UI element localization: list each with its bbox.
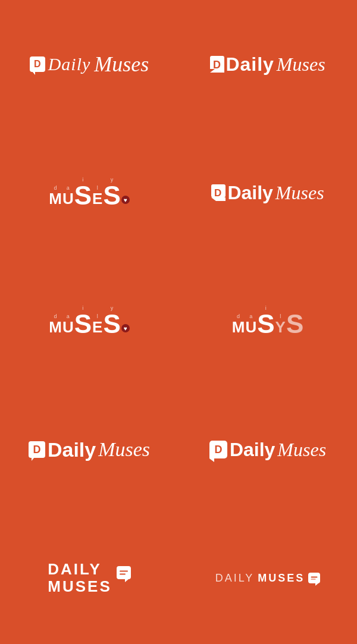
muses-script: Muses: [94, 52, 149, 77]
chat-bubble-small-icon: [308, 573, 320, 583]
daily-chat-text: Daily: [230, 439, 275, 461]
stacked-letters-logo-3: d M a U i S l Y S: [232, 306, 304, 337]
stacked-letters-logo: d M a U i S l E y S ♥: [49, 177, 130, 209]
heart-icon: ♥: [121, 196, 130, 204]
sl2-s: S: [286, 311, 303, 337]
muses-stacked-text: MUSES: [48, 578, 111, 595]
muses-2: Muses: [275, 182, 324, 204]
chat-d-letter: D: [214, 444, 222, 456]
letter-y: y S: [103, 177, 120, 209]
sl2-i: i S: [257, 306, 274, 337]
letter-a: a U: [62, 186, 74, 209]
sline-2: [311, 579, 316, 580]
d-speech-icon: D: [29, 441, 45, 458]
logo-4-right: D Daily Muses: [178, 385, 357, 514]
heart-icon-2: ♥: [121, 324, 130, 332]
logo-script-variant: D Daily Muses: [30, 52, 149, 77]
daily-inline-text: DAILY: [215, 572, 255, 585]
letter-d: d M: [49, 186, 62, 209]
logo-stacked-allcaps: DAILY MUSES: [48, 561, 130, 595]
logo-1-right: D Daily Muses: [178, 0, 357, 128]
logo-inline-allcaps: DAILY MUSES: [215, 572, 321, 585]
daily-bold-text: Daily: [226, 54, 274, 76]
logo-bold-variant: D Daily Muses: [210, 54, 325, 76]
d-bold-icon: D: [210, 56, 224, 73]
logo-bold-variant-2: D Daily Muses: [211, 182, 324, 204]
heart-2: ♥: [121, 324, 130, 337]
logo-3-right: d M a U i S l Y S: [178, 257, 357, 385]
svg-text:♥: ♥: [124, 197, 127, 203]
chat-lines: [120, 571, 128, 575]
sl-y: y S: [103, 306, 120, 337]
logo-grid: D Daily Muses D Daily Muses d M a: [0, 0, 357, 644]
sl2-a: a U: [245, 314, 256, 337]
stacked-letters-logo-2: d M a U i S l E y S ♥: [49, 306, 130, 337]
d-icon-2: D: [211, 184, 226, 201]
logo-chat-variant: D Daily Muses: [209, 439, 326, 461]
muses-wbold-text: Muses: [98, 438, 150, 461]
letter-l: l E: [92, 186, 102, 209]
chat-line-1: [120, 571, 128, 572]
heart-container: ♥: [121, 196, 130, 209]
d-letter: D: [34, 59, 41, 70]
sl-l: l E: [92, 314, 102, 337]
svg-text:♥: ♥: [124, 325, 127, 332]
logo-5-right: DAILY MUSES: [178, 514, 357, 642]
logo-4-left: D Daily Muses: [0, 385, 178, 514]
chat-d-icon: D: [209, 441, 227, 458]
logo-2-left: d M a U i S l E y S ♥: [0, 128, 178, 257]
chat-line-2: [120, 574, 126, 575]
stacked-text-part: DAILY MUSES: [48, 561, 111, 595]
letter-i: i S: [74, 177, 92, 209]
svg-text:D: D: [214, 187, 221, 199]
svg-text:D: D: [213, 59, 221, 71]
d-speech-letter: D: [33, 444, 40, 456]
daily-stacked-text: DAILY: [48, 561, 111, 578]
sline-1: [311, 577, 318, 578]
logo-5-left: DAILY MUSES: [0, 514, 178, 642]
speech-bubble-d-icon: D: [30, 56, 45, 72]
logo-white-bold-variant: D Daily Muses: [29, 438, 150, 461]
logo-1-left: D Daily Muses: [0, 0, 178, 128]
muses-chat-text: Muses: [277, 439, 326, 461]
sl2-d: d M: [232, 314, 245, 337]
muses-inline-text: MUSES: [258, 572, 305, 585]
sl2-l: l Y: [275, 314, 286, 337]
sl-a: a U: [62, 314, 74, 337]
sl-d: d M: [49, 314, 62, 337]
daily-text: Daily: [48, 54, 91, 74]
small-chat-lines: [311, 577, 318, 580]
chat-bubble-icon: [117, 566, 131, 579]
muses-bold-text: Muses: [277, 54, 325, 76]
sl-i: i S: [74, 306, 92, 337]
logo-2-right: D Daily Muses: [178, 128, 357, 257]
daily-wbold-text: Daily: [48, 438, 96, 461]
daily-2: Daily: [227, 182, 273, 204]
logo-3-left: d M a U i S l E y S ♥: [0, 257, 178, 385]
